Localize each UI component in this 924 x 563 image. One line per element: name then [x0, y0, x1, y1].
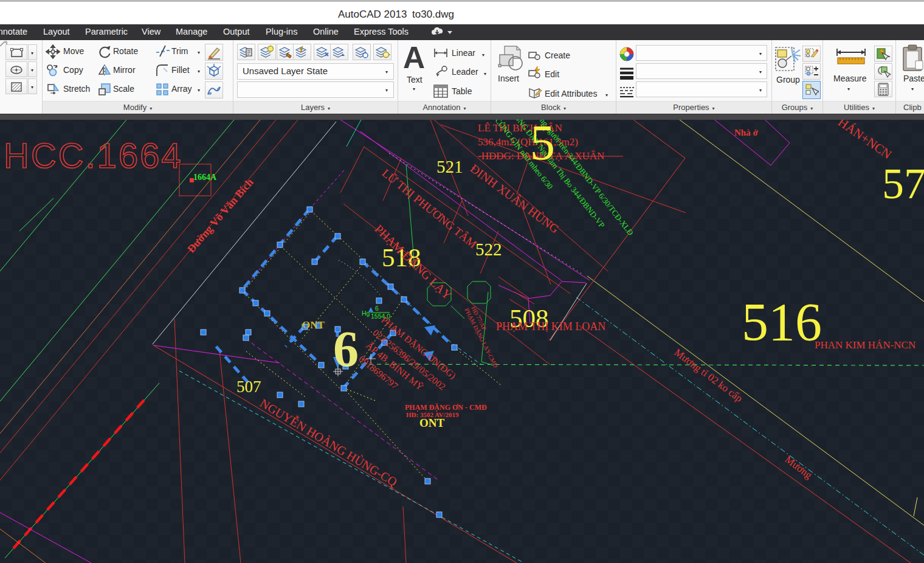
- svg-text:PHAN KIM HÁN-NCN: PHAN KIM HÁN-NCN: [815, 339, 915, 351]
- svg-text:516: 516: [742, 292, 822, 351]
- svg-text:522: 522: [475, 240, 502, 259]
- svg-text:ONT: ONT: [419, 416, 445, 429]
- svg-text:507: 507: [236, 378, 261, 396]
- svg-text:57: 57: [882, 159, 924, 208]
- svg-text:1554.0: 1554.0: [371, 313, 390, 320]
- svg-text:6: 6: [375, 305, 379, 312]
- svg-text:5: 5: [530, 120, 555, 170]
- svg-text:Hg: Hg: [362, 309, 370, 317]
- svg-text:ONT: ONT: [302, 319, 325, 331]
- svg-text:Nhà ở: Nhà ở: [734, 128, 758, 137]
- svg-text:521: 521: [436, 157, 463, 176]
- svg-text:6: 6: [333, 321, 359, 378]
- svg-text:PHẠM ĐẶNG ƠN - CMĐ: PHẠM ĐẶNG ƠN - CMĐ: [405, 403, 487, 412]
- svg-text:HCC.1664: HCC.1664: [4, 136, 183, 175]
- svg-text:PHẠM THỊ KIM LOAN: PHẠM THỊ KIM LOAN: [496, 320, 605, 333]
- svg-text:1664A: 1664A: [193, 173, 217, 182]
